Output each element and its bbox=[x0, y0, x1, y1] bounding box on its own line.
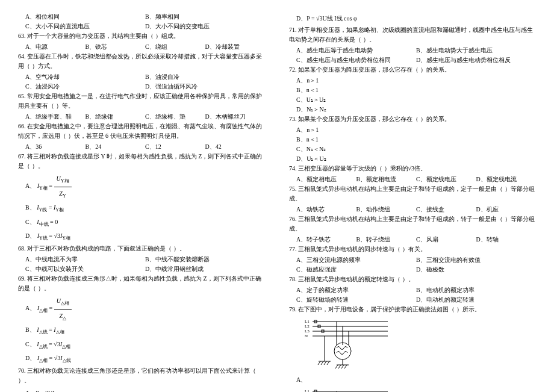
q73: 73. 如果某个变压器为升压变压器，那么它存在（ ）的关系。 bbox=[289, 114, 536, 124]
svg-line-14 bbox=[338, 365, 341, 369]
q74: 74. 三相变压器的容量等于次级的（ ）乘积的√3倍。 bbox=[289, 164, 536, 173]
option-d: D、U₁＜U₂ bbox=[296, 154, 536, 164]
label-l3: L3 bbox=[305, 329, 310, 334]
label-l1: L1 bbox=[305, 389, 310, 392]
option-b: B、额定相电流 bbox=[356, 175, 417, 184]
option-d: D、N₁＞N₂ bbox=[296, 105, 536, 114]
q70-option-d: D、P = √3U线 I线 cos φ bbox=[289, 12, 536, 25]
option-d: D、中线常用钢丝制成 bbox=[145, 264, 265, 274]
q70: 70. 三相对称负载无论连接成三角形还是星形，它们的有功功率都可以用下面公式来计… bbox=[18, 366, 265, 385]
q67-option-c: C、 I中线 = 0 bbox=[18, 216, 265, 230]
option-d: D、机座 bbox=[476, 205, 537, 214]
option-b: B、铁芯 bbox=[86, 42, 146, 52]
option-d: D、感生电压与感生电动势相位相反 bbox=[416, 55, 536, 65]
q71-options: A、感生电压等于感生电动势 B、感生电动势大于感生电压 C、感生电压与感生电动势… bbox=[289, 46, 536, 65]
q63: 63. 对于一个大容量的电力变压器，其结构主要由（ ）组成。 bbox=[18, 31, 265, 41]
option-d: D、42 bbox=[205, 142, 266, 152]
option-b: B、绝缘钳 bbox=[86, 112, 146, 122]
option-c: C、12 bbox=[145, 142, 205, 152]
opt-label: A、 bbox=[25, 182, 36, 189]
opt-label: D、 bbox=[25, 355, 36, 361]
q77-options: A、三相交流电源的频率 B、三相交流电的有效值 C、磁感应强度 D、磁极数 bbox=[289, 255, 536, 275]
opt-label: C、 bbox=[25, 219, 36, 225]
q64: 64. 变压器在工作时，铁芯和绕组都会发热，所以必须采取冷却措施，对于大容量变压… bbox=[18, 52, 265, 71]
q78: 78. 三相鼠笼式异步电动机的额定转速与（ ）。 bbox=[289, 275, 536, 284]
q65: 65. 常用安全用电措施之一是，在进行电气作业时，应该正确使用各种保护用具，常用… bbox=[18, 92, 265, 111]
q75: 75. 三相鼠笼式异步电动机在结构上主要是由定子和转子组成的，定子一般是由（ ）… bbox=[289, 184, 536, 204]
svg-line-18 bbox=[318, 361, 320, 365]
q64-options: A、空气冷却 B、油浸自冷 C、油浸风冷 D、强迫油循环风冷 bbox=[18, 72, 265, 92]
option-a: A、三相交流电源的频率 bbox=[296, 255, 416, 265]
option-a: A、中线电流不为零 bbox=[25, 255, 145, 264]
option-c: C、额定线电压 bbox=[416, 175, 476, 184]
option-a: A、电源 bbox=[25, 42, 86, 52]
opt-label: D、 bbox=[25, 232, 36, 239]
q66: 66. 在安全用电措施之中，要注意合理选用照明电压，在潮湿、有蒸气尘埃、有腐蚀性… bbox=[18, 122, 265, 141]
label-n: N bbox=[305, 334, 308, 338]
option-c: C、旋转磁场的转速 bbox=[296, 295, 416, 305]
q67-option-b: B、 IY线 = IY相 bbox=[18, 201, 265, 216]
opt-label: B、 bbox=[25, 326, 36, 333]
q69-option-c: C、 I△线 = √3I△相 bbox=[18, 338, 265, 352]
q-prev-options: A、相位相同 B、频率相同 C、大小不同的直流电压 D、大小不同的交变电压 bbox=[18, 12, 265, 31]
option-a: A、转子铁芯 bbox=[296, 235, 356, 244]
q71: 71. 对于单相变压器，如果忽略初、次级线圈的直流电阻和漏磁通时，线圈中感生电压… bbox=[289, 25, 536, 45]
option-b: B、n＜1 bbox=[296, 135, 536, 145]
svg-line-19 bbox=[321, 361, 323, 365]
option-a: A、额定相电压 bbox=[296, 175, 356, 184]
q79-a-label: A、 bbox=[296, 376, 536, 384]
option-d: D、强迫油循环风冷 bbox=[145, 82, 265, 92]
option-c: C、接线盒 bbox=[416, 205, 476, 214]
q74-options: A、额定相电压 B、额定相电流 C、额定线电压 D、额定线电流 bbox=[289, 175, 536, 184]
option-c: C、绝缘棒、垫 bbox=[145, 112, 205, 122]
option-c: C、大小不同的直流电压 bbox=[25, 22, 145, 31]
option-d: D、大小不同的交变电压 bbox=[145, 22, 265, 31]
q70-option-a: A、P = 3UI cos φ bbox=[18, 387, 265, 392]
option-c: C、油浸风冷 bbox=[25, 82, 145, 92]
option-a: A、动铁芯 bbox=[296, 205, 356, 214]
option-c: C、绕组 bbox=[145, 42, 205, 52]
q76-options: A、转子铁芯 B、转子绕组 C、风扇 D、转轴 bbox=[289, 235, 536, 244]
q78-options: A、定子的额定功率 B、电动机的额定功率 C、旋转磁场的转速 D、电动机的额定转… bbox=[289, 285, 536, 305]
svg-line-20 bbox=[324, 361, 326, 365]
option-d: D、木柄螺丝刀 bbox=[205, 112, 266, 122]
option-c: C、N₁＜N₂ bbox=[296, 145, 536, 154]
option-b: B、油浸自冷 bbox=[145, 72, 265, 82]
option-a: A、绝缘手套、鞋 bbox=[25, 112, 86, 122]
q66-options: A、36 B、24 C、12 D、42 bbox=[18, 142, 265, 152]
opt-label: A、 bbox=[25, 305, 36, 311]
option-a: A、n＞1 bbox=[296, 125, 536, 135]
q73-options: A、n＞1 B、n＜1 C、N₁＜N₂ D、U₁＜U₂ bbox=[289, 125, 536, 164]
option-d: D、额定线电流 bbox=[476, 175, 537, 184]
q68: 68. 对于三相不对称负载构成的电路，下面叙述正确的是（ ）。 bbox=[18, 244, 265, 254]
q67-option-a: A、 IY相 = UY相 ZY bbox=[18, 172, 265, 201]
option-b: B、中线不能安装熔断器 bbox=[145, 255, 265, 264]
option-a: A、感生电压等于感生电动势 bbox=[296, 46, 416, 55]
svg-line-15 bbox=[341, 365, 344, 369]
option-c: C、感生电压与感生电动势相位相同 bbox=[296, 55, 416, 65]
q68-options: A、中线电流不为零 B、中线不能安装熔断器 C、中线可以安装开关 D、中线常用钢… bbox=[18, 255, 265, 274]
option-a: A、空气冷却 bbox=[25, 72, 145, 82]
option-b: B、24 bbox=[86, 142, 146, 152]
svg-point-10 bbox=[334, 343, 351, 359]
option-c: C、风扇 bbox=[416, 235, 476, 244]
q69-option-a: A、 I△相 = U△相 Z△ bbox=[18, 294, 265, 323]
label-l2: L2 bbox=[305, 324, 310, 329]
opt-label: B、 bbox=[25, 204, 36, 211]
q63-options: A、电源 B、铁芯 C、绕组 D、冷却装置 bbox=[18, 42, 265, 52]
left-column: A、相位相同 B、频率相同 C、大小不同的直流电压 D、大小不同的交变电压 63… bbox=[18, 12, 265, 392]
option-b: B、感生电动势大于感生电压 bbox=[416, 46, 536, 55]
q76: 76. 三相鼠笼式异步电动机在结构上主要是由定子和转子组成的，转子一般是由（ ）… bbox=[289, 214, 536, 234]
q79-diagram-b: L1 L2 L3 N bbox=[303, 388, 536, 392]
q72-options: A、n＞1 B、n＜1 C、U₁＞U₂ D、N₁＞N₂ bbox=[289, 76, 536, 114]
option-c: C、磁感应强度 bbox=[296, 265, 416, 275]
svg-line-16 bbox=[344, 365, 347, 369]
svg-line-21 bbox=[327, 361, 329, 365]
q79-diagram-a: L1 L2 L3 N bbox=[303, 318, 536, 372]
option-b: B、电动机的额定功率 bbox=[416, 285, 536, 295]
option-d: D、转轴 bbox=[476, 235, 537, 244]
q75-options: A、动铁芯 B、动作绕组 C、接线盒 D、机座 bbox=[289, 205, 536, 214]
option-d: D、磁极数 bbox=[416, 265, 536, 275]
option-b: B、三相交流电的有效值 bbox=[416, 255, 536, 265]
q69-option-d: D、 I△相 = √3I△线 bbox=[18, 352, 265, 366]
